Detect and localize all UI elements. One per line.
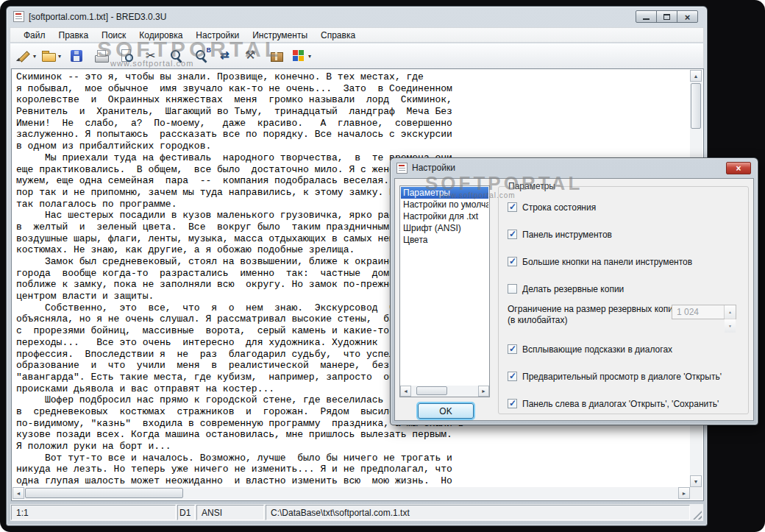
menu-item[interactable]: Инструменты (246, 29, 313, 42)
option-row[interactable]: Строка состояния (508, 199, 748, 216)
checkbox[interactable] (508, 257, 517, 266)
dropdown-arrow-icon[interactable] (57, 53, 63, 60)
window-title: [softportal.com.1.txt] - BRED3.0.3U (29, 12, 166, 22)
option-label: Делать резервные копии (522, 284, 624, 294)
toolbar-button[interactable] (115, 46, 138, 67)
menu-item[interactable]: Кодировка (133, 29, 188, 42)
app-icon (13, 11, 24, 22)
option-label: Предварительный просмотр в диалоге 'Откр… (522, 372, 722, 382)
toolbar-button[interactable] (240, 46, 263, 67)
checkbox[interactable] (508, 230, 517, 239)
group-content: Строка состояния Панель инструментов Бол… (499, 187, 748, 414)
toolbar-button[interactable] (15, 46, 38, 67)
option-row[interactable]: Панель слева в диалогах 'Открыть', 'Сохр… (508, 395, 748, 412)
option-label: Всплывающие подсказки в диалогах (522, 344, 672, 355)
checkbox[interactable] (508, 399, 517, 408)
option-label: Большие кнопки на панели инструментов (522, 257, 692, 267)
option-row[interactable]: Большие кнопки на панели инструментов (508, 253, 748, 270)
ok-button[interactable]: OK (418, 403, 474, 419)
toolbar-button[interactable] (65, 46, 88, 67)
dialog-title: Настройки (412, 163, 455, 173)
dialog-body: Параметры Настройки по умолчанию Настрой… (394, 178, 754, 421)
menu-item[interactable]: Правка (53, 29, 95, 42)
scrollbar-corner (690, 487, 702, 500)
horizontal-scroll-thumb[interactable] (25, 488, 183, 498)
scroll-up-button[interactable] (690, 70, 702, 82)
encoding-indicator: ANSI (196, 505, 264, 520)
close-icon (685, 10, 691, 24)
option-row[interactable]: Предварительный просмотр в диалоге 'Откр… (508, 368, 748, 385)
resize-grip[interactable] (691, 505, 702, 520)
toolbar-icon (168, 48, 185, 64)
text-line: кузове позади всех. Когда машина останов… (16, 429, 690, 441)
toolbar-icon (15, 48, 32, 64)
toolbar-button[interactable] (290, 46, 313, 67)
toolbar-badge: B (207, 46, 212, 54)
toolbar-icon (291, 48, 307, 64)
dropdown-arrow-icon[interactable] (307, 53, 313, 60)
toolbar-button[interactable] (265, 46, 288, 67)
spin-down-icon[interactable] (725, 319, 736, 333)
list-horizontal-scrollbar (400, 386, 489, 397)
close-button[interactable] (677, 10, 698, 23)
text-line: Я положил руки на борт и... (16, 441, 690, 453)
backup-limit-spinner[interactable]: 1 024 (672, 305, 736, 319)
text-line: никуда не лезть. Но теперь уже ничего не… (16, 464, 690, 475)
spin-up-icon[interactable] (725, 305, 736, 319)
minimize-button[interactable] (636, 10, 657, 23)
screenshot-frame: [softportal.com.1.txt] - BRED3.0.3U Файл… (0, 0, 765, 532)
status-bar: 1:1 D1 ANSI C:\DataBase\txt\softportal.c… (10, 504, 703, 521)
file-path: C:\DataBase\txt\softportal.com.1.txt (266, 505, 690, 520)
toolbar-icon (118, 48, 135, 64)
parameters-group: Параметры Строка состояния Пане (498, 186, 749, 414)
dialog-close-button[interactable] (726, 162, 751, 174)
dialog-title-bar[interactable]: Настройки (391, 158, 758, 177)
menu-item[interactable]: Справка (315, 29, 361, 42)
status-panel-d1: D1 (177, 505, 195, 520)
scroll-left-button[interactable] (13, 487, 24, 499)
checkbox[interactable] (508, 284, 517, 294)
toolbar-button[interactable] (165, 46, 188, 67)
backup-limit-label: Ограничение на размер резервных копий (в… (508, 304, 683, 326)
option-row[interactable]: Всплывающие подсказки в диалогах (508, 341, 748, 358)
text-line: Имени! Не слабо, а? По-моему, даже краси… (16, 118, 690, 130)
spinner-buttons (724, 305, 736, 319)
toolbar-button[interactable] (40, 46, 63, 67)
checkbox[interactable] (508, 344, 517, 354)
toolbar-button[interactable] (215, 46, 238, 67)
option-label: Строка состояния (522, 202, 596, 213)
text-line: Ревнитель и Хранитель, Шагающий во Тьму,… (16, 106, 690, 118)
menu-item[interactable]: Настройки (190, 29, 245, 42)
option-label: Панель инструментов (522, 230, 612, 240)
scroll-down-button[interactable] (690, 475, 702, 487)
toolbar-icon (68, 48, 85, 64)
horizontal-scrollbar (13, 487, 690, 500)
text-line: в одном из прибалтийских городков. (16, 141, 690, 152)
option-row[interactable]: Делать резервные копии (508, 280, 748, 297)
text-line: одна глупая шалость может неожиданно и в… (16, 475, 690, 487)
dropdown-arrow-icon[interactable] (32, 53, 38, 60)
maximize-button[interactable] (656, 10, 677, 23)
backup-limit-row: Ограничение на размер резервных копий (в… (508, 304, 748, 330)
vertical-scroll-thumb[interactable] (691, 83, 701, 129)
title-bar[interactable]: [softportal.com.1.txt] - BRED3.0.3U (7, 7, 707, 26)
maximize-icon (663, 14, 670, 20)
option-row[interactable]: Панель инструментов (508, 226, 748, 243)
backup-limit-value: 1 024 (677, 307, 699, 317)
checkbox[interactable] (508, 202, 517, 212)
list-scroll-left-button[interactable] (400, 386, 411, 397)
list-scroll-right-button[interactable] (478, 386, 489, 397)
toolbar-buttons: B (15, 46, 313, 67)
toolbar-button[interactable] (90, 46, 113, 67)
menu-item[interactable]: Поиск (96, 29, 132, 42)
list-scroll-thumb[interactable] (416, 386, 447, 395)
menu-item[interactable]: Файл (18, 29, 51, 42)
scroll-right-button[interactable] (678, 487, 690, 499)
toolbar-button[interactable] (140, 46, 163, 67)
toolbar-button[interactable]: B (190, 46, 213, 67)
toolbar-icon (218, 48, 235, 64)
checkbox[interactable] (508, 372, 517, 381)
text-line: заслуженно. Я попытаюсь рассказать все п… (16, 129, 690, 141)
text-line: я побывал, мое обычное имя звучало как-т… (16, 83, 690, 95)
text-line: Вот тут-то все и началось. Возможно, луч… (16, 453, 690, 464)
